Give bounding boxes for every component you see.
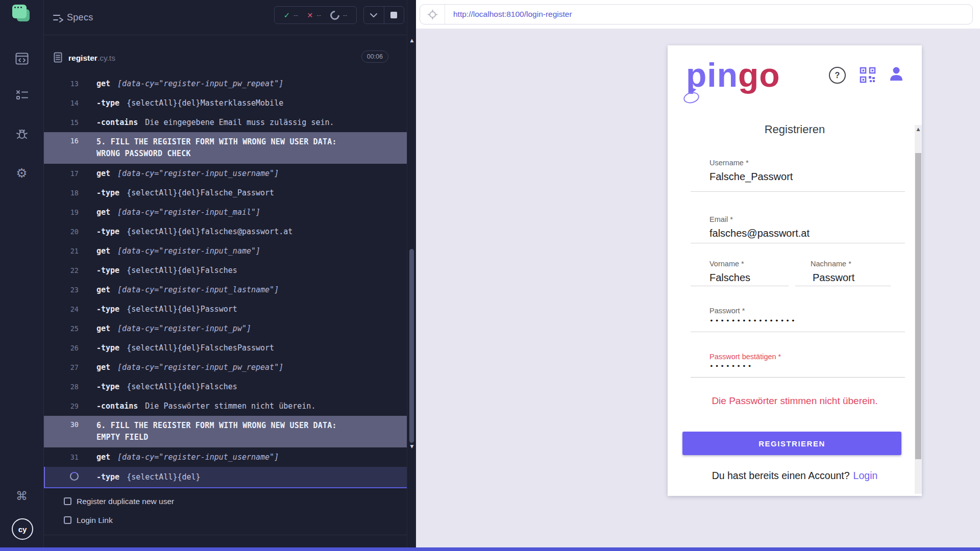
lastname-input[interactable]: Passwort	[813, 272, 854, 284]
password-repeat-input[interactable]: ••••••••	[709, 362, 753, 370]
command-name: -type	[96, 188, 119, 197]
command-name: get	[96, 324, 110, 333]
command-argument: Die Passwörter stimmen nicht überein.	[145, 402, 315, 411]
line-number: 15	[43, 118, 79, 127]
cypress-app-logo[interactable]	[12, 5, 32, 23]
log-command-row[interactable]: 19get[data-cy="register-input_mail"]	[43, 203, 407, 222]
log-command-row[interactable]: 22-type{selectAll}{del}Falsches	[43, 261, 407, 280]
question-mark-icon: ?	[835, 71, 840, 80]
sidebar-item-debug[interactable]	[0, 122, 43, 148]
card-scrollbar[interactable]: ▲	[915, 125, 922, 494]
line-number: 20	[43, 228, 79, 236]
pingo-logo: pingo	[686, 55, 780, 95]
qr-code-icon	[860, 67, 876, 83]
line-number: 25	[43, 324, 79, 333]
log-section-row[interactable]: 165. FILL THE REGISTER FORM WITH WRONG N…	[43, 132, 407, 164]
scroll-up-icon[interactable]: ▲	[407, 38, 416, 43]
password-label: Passwort *	[709, 307, 745, 315]
line-number: 13	[43, 80, 79, 88]
browser-chrome: http://localhost:8100/login-register	[416, 0, 980, 29]
cypress-version-badge[interactable]: cy	[12, 518, 33, 540]
reporter-scrollbar-thumb[interactable]	[409, 249, 414, 443]
log-command-row[interactable]: 18-type{selectAll}{del}Falsche_Passwort	[43, 183, 407, 203]
bug-icon	[15, 128, 29, 142]
line-number: 31	[43, 453, 79, 461]
log-command-row[interactable]: 17get[data-cy="register-input_username"]	[43, 164, 407, 183]
log-command-row[interactable]: 13get[data-cy="register-input_pw_repeat"…	[43, 74, 407, 93]
card-scrollbar-thumb[interactable]	[915, 153, 921, 459]
line-number: 23	[43, 286, 79, 294]
pending-test-title: Register duplicate new user	[77, 497, 174, 506]
log-command-row[interactable]: 25get[data-cy="register-input_pw"]	[43, 319, 407, 338]
login-link[interactable]: Login	[853, 470, 878, 481]
sidebar-item-settings[interactable]: ⚙	[0, 160, 43, 186]
pending-test-row[interactable]: Register duplicate new user	[43, 492, 407, 511]
command-name: get	[96, 79, 110, 88]
viewport-accent-bar	[0, 547, 980, 551]
pending-test-title: Login Link	[77, 516, 113, 525]
qr-code-button[interactable]	[860, 67, 876, 85]
log-command-row[interactable]: 24-type{selectAll}{del}Passwort	[43, 299, 407, 319]
command-argument: Die eingegebene Email muss zulässig sein…	[145, 118, 334, 127]
form-error-message: Die Passwörter stimmen nicht überein.	[668, 395, 922, 407]
url-bar[interactable]: http://localhost:8100/login-register	[420, 4, 973, 24]
card-scroll-up-icon[interactable]: ▲	[915, 127, 922, 132]
command-argument: {selectAll}{del}Passwort	[127, 305, 237, 314]
username-input[interactable]: Falsche_Passwort	[709, 171, 793, 183]
gear-icon: ⚙	[16, 167, 27, 180]
log-command-row[interactable]: 29-containsDie Passwörter stimmen nicht …	[43, 396, 407, 416]
command-name: -contains	[96, 118, 138, 127]
pending-test-icon	[64, 497, 71, 505]
register-submit-button[interactable]: REGISTRIEREN	[682, 432, 901, 455]
log-command-row[interactable]: 27get[data-cy="register-input_pw_repeat"…	[43, 358, 407, 377]
log-command-row[interactable]: 20-type{selectAll}{del}falsches@passwort…	[43, 222, 407, 241]
scroll-down-icon[interactable]: ▼	[407, 444, 416, 449]
line-number: 18	[43, 189, 79, 197]
specs-panel-title: Specs	[67, 12, 93, 23]
line-number: 27	[43, 363, 79, 371]
crosshair-icon	[428, 10, 437, 19]
log-command-row[interactable]: 15-containsDie eingegebene Email muss zu…	[43, 113, 407, 132]
log-section-row[interactable]: 306. FILL THE REGISTER FORM WITH WRONG N…	[43, 416, 407, 447]
selector-playground-button[interactable]	[420, 5, 445, 24]
stop-run-button[interactable]	[384, 7, 404, 23]
account-button[interactable]	[888, 66, 904, 84]
line-number: 28	[43, 383, 79, 391]
log-command-row[interactable]: 14-type{selectAll}{del}MasterklasseMobil…	[43, 93, 407, 113]
collapse-all-button[interactable]	[364, 7, 384, 23]
spec-file-name: register.cy.ts	[68, 54, 115, 63]
pending-test-row[interactable]: Login Link	[43, 511, 407, 530]
sidebar-item-specs[interactable]	[0, 46, 43, 73]
reporter-scrollbar[interactable]: ▲ ▼	[407, 0, 416, 551]
line-number: 14	[43, 99, 79, 107]
sidebar-item-runs[interactable]	[0, 83, 43, 109]
log-command-row[interactable]: 31get[data-cy="register-input_username"]	[43, 447, 407, 467]
command-icon: ⌘	[16, 490, 28, 502]
password-repeat-label: Passwort bestätigen *	[709, 353, 781, 361]
stat-failed: ✕ --	[307, 11, 321, 19]
url-text[interactable]: http://localhost:8100/login-register	[445, 10, 572, 19]
help-button[interactable]: ?	[829, 67, 846, 84]
command-name: -contains	[96, 402, 138, 411]
register-card: pingo ?	[668, 45, 922, 496]
command-argument: {selectAll}{del}Falsches	[127, 266, 237, 275]
email-input[interactable]: falsches@passwort.at	[709, 228, 810, 239]
firstname-input[interactable]: Falsches	[709, 272, 750, 284]
command-name: -type	[96, 266, 119, 275]
keyboard-shortcuts-button[interactable]: ⌘	[0, 483, 43, 509]
password-input[interactable]: ••••••••••••••••	[709, 317, 797, 324]
log-command-row[interactable]: 28-type{selectAll}{del}Falsches	[43, 377, 407, 396]
command-name: get	[96, 285, 110, 294]
log-command-row[interactable]: 21get[data-cy="register-input_name"]	[43, 241, 407, 261]
passed-check-icon: ✓	[284, 11, 290, 20]
log-command-row[interactable]: 26-type{selectAll}{del}FalschesPasswort	[43, 338, 407, 358]
log-command-row[interactable]: 23get[data-cy="register-input_lastname"]	[43, 280, 407, 299]
command-name: -type	[96, 227, 119, 236]
spec-list-icon[interactable]	[53, 13, 64, 24]
command-argument: [data-cy="register-input_pw_repeat"]	[117, 79, 283, 88]
spec-duration-badge: 00:06	[361, 51, 388, 63]
log-command-row[interactable]: -type{selectAll}{del}	[43, 467, 407, 488]
command-name: get	[96, 363, 110, 372]
spec-file-row[interactable]: register.cy.ts 00:06	[43, 45, 407, 71]
cypress-sidebar: ⚙ ⌘ cy	[0, 0, 44, 551]
